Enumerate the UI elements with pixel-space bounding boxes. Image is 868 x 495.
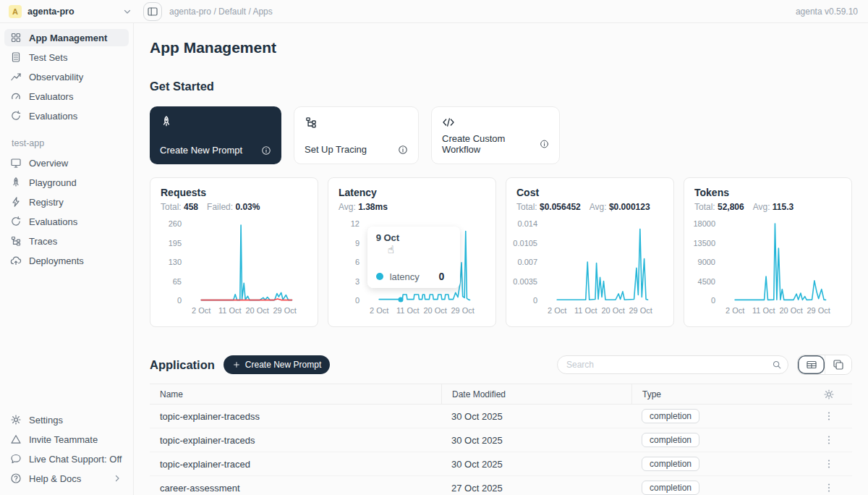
sidebar-item-label: Evaluations bbox=[29, 216, 77, 227]
info-icon[interactable] bbox=[398, 145, 408, 155]
card-view-button[interactable] bbox=[825, 355, 851, 374]
ellipsis-vertical-icon bbox=[823, 482, 835, 494]
table-settings-button[interactable] bbox=[822, 387, 836, 402]
x-tick-label: 29 Oct bbox=[451, 306, 474, 315]
panel-left-icon bbox=[147, 6, 158, 17]
sidebar-item-label: App Management bbox=[29, 33, 107, 43]
table-row-topic-explainer-traced[interactable]: topic-explainer-traced30 Oct 2025complet… bbox=[150, 452, 852, 476]
sidebar-toggle-button[interactable] bbox=[143, 2, 162, 21]
chart-title: Requests bbox=[161, 187, 307, 198]
create-custom-workflow-card[interactable]: Create Custom Workflow bbox=[431, 106, 560, 164]
x-tick-label: 2 Oct bbox=[726, 306, 744, 315]
row-menu-button[interactable] bbox=[822, 409, 836, 423]
x-tick-label: 11 Oct bbox=[574, 306, 597, 315]
chart-card-cost: CostTotal: $0.056452Avg: $0.0001230.0140… bbox=[506, 177, 674, 327]
app-date-modified: 30 Oct 2025 bbox=[441, 435, 631, 446]
series-cost bbox=[557, 229, 647, 300]
sidebar-item-live-chat-support-off[interactable]: Live Chat Support: Off bbox=[4, 450, 129, 468]
row-menu-button[interactable] bbox=[822, 433, 836, 447]
sidebar-item-label: Evaluators bbox=[29, 91, 73, 102]
create-new-prompt-card[interactable]: Create New Prompt bbox=[150, 106, 281, 164]
info-icon[interactable] bbox=[261, 145, 271, 156]
tooltip-value: 0 bbox=[439, 271, 445, 282]
info-icon[interactable] bbox=[540, 139, 549, 149]
y-tick-label: 4500 bbox=[698, 277, 715, 286]
monitor-icon bbox=[10, 157, 22, 169]
table-body: topic-explainer-tracedss30 Oct 2025compl… bbox=[150, 405, 852, 495]
set-up-tracing-card[interactable]: Set Up Tracing bbox=[294, 106, 419, 164]
table-view-button[interactable] bbox=[798, 355, 825, 374]
sidebar-item-registry[interactable]: Registry bbox=[4, 193, 129, 211]
legend-dot-icon bbox=[376, 273, 383, 280]
x-tick-label: 20 Oct bbox=[245, 306, 268, 315]
application-header: Application Create New Prompt bbox=[150, 355, 852, 375]
chart-stat: Total: 52,806 bbox=[694, 202, 753, 212]
gauge-icon bbox=[10, 90, 22, 102]
chart-stat: Avg: $0.000123 bbox=[590, 202, 659, 212]
chart-plot[interactable]: 9 Oct☝latency0 bbox=[366, 224, 485, 300]
search-input[interactable] bbox=[566, 360, 772, 370]
table-row-career-assessment[interactable]: career-assessment27 Oct 2025completion bbox=[150, 476, 852, 495]
sidebar-item-invite-teammate[interactable]: Invite Teammate bbox=[4, 431, 129, 448]
table-row-topic-explainer-tracedss[interactable]: topic-explainer-tracedss30 Oct 2025compl… bbox=[150, 405, 852, 428]
x-tick-label: 2 Oct bbox=[370, 306, 388, 315]
table-row-topic-explainer-traceds[interactable]: topic-explainer-traceds30 Oct 2025comple… bbox=[150, 428, 852, 452]
help-icon bbox=[10, 473, 22, 484]
sidebar-item-test-sets[interactable]: Test Sets bbox=[4, 48, 129, 66]
triangle-icon bbox=[10, 433, 22, 445]
chart-plot[interactable] bbox=[544, 224, 663, 300]
x-tick-label: 20 Oct bbox=[423, 306, 446, 315]
x-axis: 2 Oct11 Oct20 Oct29 Oct bbox=[366, 300, 485, 316]
tree-icon bbox=[10, 235, 22, 247]
x-axis: 2 Oct11 Oct20 Oct29 Oct bbox=[544, 300, 663, 316]
sidebar-footer-nav: SettingsInvite TeammateLive Chat Support… bbox=[4, 411, 129, 489]
row-menu-button[interactable] bbox=[822, 457, 836, 471]
x-tick-label: 20 Oct bbox=[601, 306, 624, 315]
y-tick-label: 0.014 bbox=[517, 219, 537, 228]
chart-plot[interactable] bbox=[722, 224, 841, 300]
search-button[interactable] bbox=[772, 360, 782, 370]
app-name: topic-explainer-traced bbox=[150, 459, 441, 470]
sidebar-item-evaluations[interactable]: Evaluations bbox=[4, 107, 129, 124]
y-tick-label: 260 bbox=[169, 219, 182, 228]
sidebar-item-playground[interactable]: Playground bbox=[4, 174, 129, 191]
chart-card-requests: RequestsTotal: 458Failed: 0.03%260195130… bbox=[150, 177, 318, 327]
x-tick-label: 29 Oct bbox=[273, 306, 296, 315]
x-tick-label: 2 Oct bbox=[548, 306, 566, 315]
column-header-date-modified[interactable]: Date Modified bbox=[441, 384, 631, 404]
row-menu-button[interactable] bbox=[822, 481, 836, 495]
x-tick-label: 11 Oct bbox=[396, 306, 420, 315]
sidebar-item-evaluations[interactable]: Evaluations bbox=[4, 213, 129, 230]
sidebar-item-overview[interactable]: Overview bbox=[4, 154, 129, 172]
sidebar-item-evaluators[interactable]: Evaluators bbox=[4, 88, 129, 105]
sidebar-item-label: Test Sets bbox=[29, 52, 67, 63]
series-requests bbox=[201, 225, 292, 300]
create-new-prompt-button[interactable]: Create New Prompt bbox=[224, 355, 330, 374]
chart-stat: Avg: 1.38ms bbox=[339, 202, 396, 212]
app-date-modified: 27 Oct 2025 bbox=[441, 483, 631, 494]
get-started-title: Get Started bbox=[150, 80, 852, 93]
sidebar-spacer bbox=[4, 271, 129, 411]
get-started-row: Create New Prompt Set Up Tracing Create … bbox=[150, 106, 852, 164]
trend-icon bbox=[10, 71, 22, 82]
chart-stats: Avg: 1.38ms bbox=[339, 202, 485, 212]
sidebar-item-deployments[interactable]: Deployments bbox=[4, 252, 129, 269]
card-label: Set Up Tracing bbox=[305, 144, 367, 155]
sidebar-item-traces[interactable]: Traces bbox=[4, 232, 129, 250]
sidebar-item-label: Observability bbox=[29, 72, 83, 82]
column-header-name[interactable]: Name bbox=[150, 384, 441, 404]
workspace-selector[interactable]: A agenta-pro bbox=[9, 5, 133, 18]
sidebar-app-nav: OverviewPlaygroundRegistryEvaluationsTra… bbox=[4, 154, 129, 271]
sidebar-section-label: test-app bbox=[12, 138, 129, 148]
sidebar-item-app-management[interactable]: App Management bbox=[4, 29, 129, 46]
y-tick-label: 9000 bbox=[698, 258, 715, 266]
ellipsis-vertical-icon bbox=[823, 410, 835, 422]
column-header-type[interactable]: Type bbox=[631, 384, 806, 404]
sidebar-item-help-docs[interactable]: Help & Docs bbox=[4, 470, 129, 487]
type-badge: completion bbox=[642, 409, 699, 423]
x-tick-label: 11 Oct bbox=[218, 306, 242, 315]
sidebar-item-settings[interactable]: Settings bbox=[4, 411, 129, 428]
chart-plot[interactable] bbox=[188, 224, 307, 300]
x-tick-label: 11 Oct bbox=[752, 306, 775, 315]
sidebar-item-observability[interactable]: Observability bbox=[4, 68, 129, 85]
